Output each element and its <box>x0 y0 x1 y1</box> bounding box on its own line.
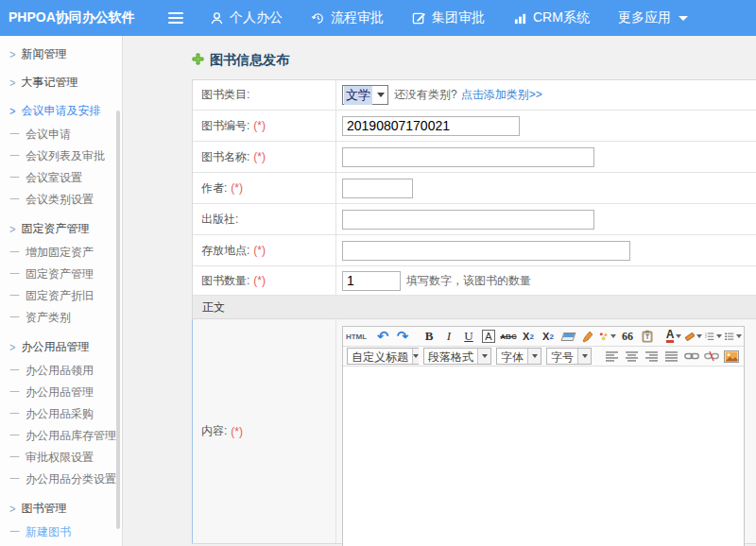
sidebar-item-supplies-category[interactable]: 办公用品分类设置 <box>0 469 122 490</box>
align-center-button[interactable] <box>623 348 642 365</box>
insert-local-image-button[interactable] <box>742 348 744 365</box>
sidebar-item-supplies-stock[interactable]: 办公用品库存管理 <box>0 425 122 447</box>
book-form: 图书类目: 文学 还没有类别? 点击添加类别>> 图书编号:(*) 图书名称:(… <box>192 79 756 544</box>
undo-button[interactable]: ↶ <box>373 328 392 345</box>
field-label: 内容: <box>201 423 227 439</box>
quantity-input[interactable] <box>342 271 401 291</box>
top-bar: PHPOA协同办公软件 个人办公 流程审批 集团审批 CRM系统 更多应用 <box>0 0 756 36</box>
eraser-button[interactable] <box>558 328 577 345</box>
sidebar-item-meeting-room[interactable]: 会议室设置 <box>0 167 122 189</box>
dropdown-caret-icon <box>477 349 490 364</box>
sidebar-item-supplies-manage[interactable]: 办公用品管理 <box>0 382 122 403</box>
dropdown-caret-icon <box>676 334 681 338</box>
sidebar-item-meeting-apply[interactable]: 会议申请 <box>0 124 122 145</box>
dash-icon <box>9 267 20 282</box>
editor-toolbar-row-1: HTML ↶ ↷ B I U A ABC X2 X2 <box>343 327 744 347</box>
font-color-button[interactable]: A <box>664 328 683 345</box>
align-right-icon <box>645 351 659 362</box>
category-select[interactable]: 文学 <box>342 85 388 105</box>
bold-button[interactable]: B <box>420 328 438 345</box>
category-selected-value: 文学 <box>344 86 372 105</box>
sidebar-item-meeting[interactable]: 会议申请及安排 <box>0 100 122 121</box>
dropdown-caret-icon <box>527 349 541 364</box>
hamburger-menu-icon[interactable] <box>168 12 183 24</box>
custom-title-dropdown[interactable]: 自定义标题 <box>347 348 419 365</box>
underline-button[interactable]: U <box>459 328 478 345</box>
nav-group-approval[interactable]: 集团审批 <box>412 9 485 26</box>
highlight-color-button[interactable] <box>684 328 703 345</box>
add-category-link[interactable]: 点击添加类别>> <box>461 87 542 103</box>
unordered-list-icon <box>725 331 734 342</box>
font-border-button[interactable]: A <box>482 330 494 343</box>
required-mark: (*) <box>253 150 266 163</box>
format-painter-button[interactable] <box>598 328 617 345</box>
format-painter-icon <box>599 331 609 342</box>
html-source-button[interactable]: HTML <box>347 328 366 345</box>
nav-label: 个人办公 <box>230 9 283 26</box>
field-label: 图书类目: <box>201 87 249 103</box>
sidebar-item-add-asset[interactable]: 增加固定资产 <box>0 242 122 264</box>
nav-process-approval[interactable]: 流程审批 <box>311 9 384 26</box>
sidebar-item-memorabilia[interactable]: 大事记管理 <box>0 72 122 93</box>
align-justify-icon <box>665 351 679 362</box>
sidebar-item-asset-category[interactable]: 资产类别 <box>0 307 122 329</box>
sidebar-item-office-supplies[interactable]: 办公用品管理 <box>0 336 122 357</box>
remove-link-button[interactable] <box>702 348 721 365</box>
chevron-right-icon <box>9 222 15 235</box>
person-icon <box>210 11 224 26</box>
sidebar-item-approval-permission[interactable]: 审批权限设置 <box>0 447 122 469</box>
dash-icon <box>9 246 20 260</box>
strikethrough-button[interactable]: ABC <box>499 328 518 345</box>
sidebar-item-news[interactable]: 新闻管理 <box>0 43 122 64</box>
sidebar-item-supplies-claim[interactable]: 办公用品领用 <box>0 360 122 382</box>
form-row-publisher: 出版社: <box>193 204 756 235</box>
paragraph-format-dropdown[interactable]: 段落格式 <box>423 348 491 365</box>
nav-label: 流程审批 <box>331 9 384 26</box>
align-justify-button[interactable] <box>662 348 681 365</box>
sidebar-item-book-manage[interactable]: 图书管理 <box>0 498 122 519</box>
author-input[interactable] <box>342 179 413 198</box>
sidebar-item-meeting-category[interactable]: 会议类别设置 <box>0 189 122 211</box>
subscript-button[interactable]: X2 <box>539 328 558 345</box>
sidebar-item-supplies-purchase[interactable]: 办公用品采购 <box>0 403 122 425</box>
svg-text:2: 2 <box>705 335 707 339</box>
clear-format-button[interactable] <box>578 328 597 345</box>
form-row-quantity: 图书数量:(*) 填写数字，该图书的数量 <box>193 266 756 296</box>
superscript-button[interactable]: X2 <box>519 328 538 345</box>
nav-more-apps[interactable]: 更多应用 <box>618 9 688 26</box>
sidebar-item-asset-manage[interactable]: 固定资产管理 <box>0 264 122 285</box>
chevron-down-icon <box>679 16 688 21</box>
required-mark: (*) <box>231 425 243 438</box>
nav-crm-system[interactable]: CRM系统 <box>513 9 590 26</box>
insert-link-button[interactable] <box>682 348 701 365</box>
nav-label: 更多应用 <box>618 9 671 26</box>
ordered-list-button[interactable]: 12 <box>704 328 723 345</box>
form-row-location: 存放地点:(*) <box>193 235 756 266</box>
sidebar-scrollbar[interactable] <box>116 111 120 529</box>
add-plus-icon <box>192 52 204 69</box>
book-name-input[interactable] <box>342 147 594 167</box>
sidebar-item-meeting-list[interactable]: 会议列表及审批 <box>0 145 122 167</box>
nav-personal-office[interactable]: 个人办公 <box>210 9 283 26</box>
location-input[interactable] <box>342 241 630 261</box>
publisher-input[interactable] <box>342 210 594 230</box>
unordered-list-button[interactable] <box>724 328 743 345</box>
blockquote-button[interactable]: 66 <box>618 328 637 345</box>
chevron-right-icon <box>9 502 15 515</box>
sidebar-item-fixed-assets[interactable]: 固定资产管理 <box>0 218 122 239</box>
marker-pen-icon <box>684 332 695 341</box>
paste-button[interactable]: T <box>638 328 657 345</box>
font-size-dropdown[interactable]: 字号 <box>546 348 592 365</box>
dropdown-caret-icon <box>610 334 616 338</box>
link-chain-icon <box>684 351 699 361</box>
redo-button[interactable]: ↷ <box>393 328 412 345</box>
align-left-button[interactable] <box>603 348 622 365</box>
sidebar-item-new-book[interactable]: 新建图书 <box>0 521 122 543</box>
insert-image-button[interactable] <box>722 348 741 365</box>
editor-content-area[interactable] <box>343 367 744 546</box>
book-no-input[interactable] <box>342 116 520 136</box>
font-family-dropdown[interactable]: 字体 <box>496 348 541 365</box>
italic-button[interactable]: I <box>439 328 458 345</box>
align-right-button[interactable] <box>643 348 662 365</box>
sidebar-item-asset-depreciation[interactable]: 固定资产折旧 <box>0 285 122 307</box>
